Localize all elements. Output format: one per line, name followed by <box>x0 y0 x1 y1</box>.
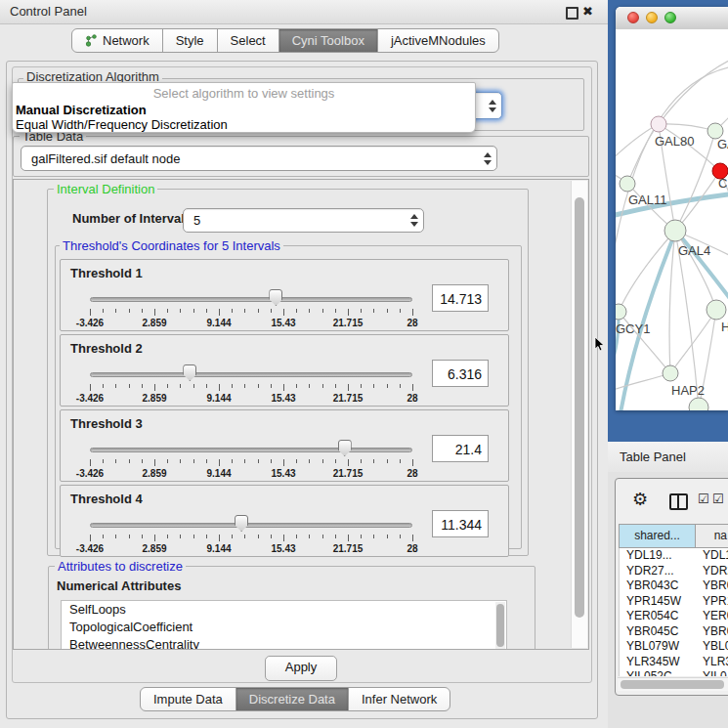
table-row[interactable]: YIL052CYIL0 <box>620 669 728 676</box>
gear-icon[interactable]: ⚙ <box>632 489 648 509</box>
cell-shared-name[interactable]: YER054C <box>620 609 696 624</box>
threshold-slider[interactable]: -3.4262.8599.14415.4321.71528 <box>90 287 412 326</box>
cell-shared-name[interactable]: YDL19... <box>620 548 696 564</box>
cell-shared-name[interactable]: YBR045C <box>620 624 696 640</box>
threshold-value-field[interactable]: 6.316 <box>432 360 489 387</box>
cell-shared-name[interactable]: YIL052C <box>620 669 696 676</box>
network-node-gal4[interactable] <box>664 220 686 241</box>
checkbox-checked-icon[interactable]: ☑ <box>698 492 709 506</box>
slider-thumb[interactable] <box>183 364 196 381</box>
network-canvas[interactable]: GAL80GACGAL11GAL4GCY1HHAP2 <box>616 29 728 410</box>
network-node[interactable] <box>689 398 708 410</box>
network-graph[interactable]: GAL80GACGAL11GAL4GCY1HHAP2 <box>616 29 728 410</box>
table-row[interactable]: YDL19...YDL1 <box>620 548 728 564</box>
network-node-gal80[interactable] <box>651 116 666 132</box>
tab-network[interactable]: Network <box>71 28 163 53</box>
checkbox-checked-icon[interactable]: ☑ <box>712 492 724 506</box>
zoom-traffic-light-icon[interactable] <box>664 12 676 23</box>
network-node-gcy1[interactable] <box>616 304 626 320</box>
tick-label: 15.43 <box>271 468 295 479</box>
threshold-value-field[interactable]: 11.344 <box>432 510 489 537</box>
cell-shared-name[interactable]: YBR043C <box>620 578 696 594</box>
column-header-shared-name[interactable]: shared... <box>619 524 695 548</box>
tab-impute-data[interactable]: Impute Data <box>140 687 236 711</box>
network-edge[interactable] <box>669 231 675 373</box>
attr-list[interactable]: SelfLoopsTopologicalCoefficientBetweenne… <box>61 600 507 650</box>
table-row[interactable]: YLR345WYLR3 <box>620 655 728 670</box>
combo-stepper-icon[interactable] <box>484 100 501 112</box>
table-row[interactable]: YBR045CYBR0 <box>620 624 728 640</box>
network-edge[interactable] <box>659 59 728 124</box>
column-header-name[interactable]: na <box>695 524 728 548</box>
screen: Control Panel ✖ Network Style Select Cyn… <box>0 0 728 728</box>
cell-name[interactable]: YBL0 <box>696 639 728 655</box>
cell-name[interactable]: YLR3 <box>696 655 728 670</box>
split-columns-icon[interactable] <box>669 493 688 510</box>
table-row[interactable]: YBL079WYBL0 <box>620 639 728 655</box>
tab-infer-network[interactable]: Infer Network <box>348 687 450 711</box>
tab-select[interactable]: Select <box>217 28 279 53</box>
network-node-gal11[interactable] <box>620 176 635 192</box>
table-row[interactable]: YDR27...YDR2 <box>620 564 728 579</box>
slider-track[interactable] <box>90 523 412 528</box>
number-of-intervals-spinner[interactable]: 5 <box>183 208 424 233</box>
table-data-combobox[interactable]: galFiltered.sif default node <box>21 146 497 171</box>
settings-vertical-scrollbar[interactable] <box>571 181 587 648</box>
slider-thumb[interactable] <box>338 440 352 456</box>
slider-tick-labels: -3.4262.8599.14415.4321.71528 <box>90 468 412 479</box>
slider-track[interactable] <box>90 372 412 377</box>
numerical-attribute-item[interactable]: TopologicalCoefficient <box>62 619 506 636</box>
network-edge[interactable] <box>616 124 659 161</box>
tab-style[interactable]: Style <box>162 28 218 53</box>
popup-item-equal-width-frequency[interactable]: Equal Width/Frequency Discretization <box>13 117 475 132</box>
thresholds-group: Threshold's Coordinates for 5 Intervals … <box>55 245 522 549</box>
threshold-value-field[interactable]: 14.713 <box>432 284 489 312</box>
threshold-slider[interactable]: -3.4262.8599.14415.4321.71528 <box>90 438 412 477</box>
scrollbar-thumb[interactable] <box>575 197 584 618</box>
apply-button[interactable]: Apply <box>265 656 337 681</box>
tab-jactivemnodules[interactable]: jActiveMNodules <box>377 28 499 53</box>
minimize-traffic-light-icon[interactable] <box>646 12 658 23</box>
numerical-attribute-item[interactable]: SelfLoops <box>62 601 506 619</box>
slider-track[interactable] <box>90 448 412 452</box>
numerical-attribute-item[interactable]: BetweennessCentrality <box>62 636 506 650</box>
cell-name[interactable]: YDR2 <box>696 564 728 579</box>
slider-thumb[interactable] <box>269 289 282 306</box>
slider-thumb[interactable] <box>235 515 248 532</box>
network-node-h[interactable] <box>707 300 726 320</box>
network-view-window[interactable]: GAL80GACGAL11GAL4GCY1HHAP2 <box>616 7 728 410</box>
scrollbar-thumb[interactable] <box>621 680 724 689</box>
network-edge[interactable] <box>670 310 716 373</box>
cell-shared-name[interactable]: YLR345W <box>620 655 696 670</box>
cell-shared-name[interactable]: YBL079W <box>620 639 696 655</box>
cell-name[interactable]: YPR1 <box>696 594 728 610</box>
table-horizontal-scrollbar[interactable] <box>618 677 728 691</box>
cell-name[interactable]: YBR0 <box>696 578 728 594</box>
network-node-hap2[interactable] <box>663 365 678 381</box>
combo-stepper-icon[interactable] <box>479 152 496 165</box>
cell-name[interactable]: YIL0 <box>696 669 727 676</box>
float-window-icon[interactable] <box>566 7 578 20</box>
threshold-slider[interactable]: -3.4262.8599.14415.4321.71528 <box>90 513 412 552</box>
table-row[interactable]: YBR043CYBR0 <box>620 578 728 594</box>
tick-label: 21.715 <box>333 393 364 404</box>
threshold-slider[interactable]: -3.4262.8599.14415.4321.71528 <box>90 363 412 402</box>
spinner-stepper-icon[interactable] <box>406 214 423 227</box>
attribute-list-scrollbar[interactable] <box>495 602 505 650</box>
cell-shared-name[interactable]: YDR27... <box>620 564 696 579</box>
threshold-value-field[interactable]: 21.4 <box>432 435 489 462</box>
tab-discretize-data[interactable]: Discretize Data <box>236 687 349 711</box>
popup-item-manual-discretization[interactable]: Manual Discretization <box>13 103 475 117</box>
cell-name[interactable]: YBR0 <box>696 624 728 640</box>
cell-name[interactable]: YDL1 <box>696 548 728 564</box>
cell-name[interactable]: YER0 <box>696 609 728 624</box>
network-edge[interactable] <box>619 231 675 312</box>
tab-cyni-toolbox[interactable]: Cyni Toolbox <box>278 28 378 53</box>
table-row[interactable]: YPR145WYPR1 <box>620 594 728 610</box>
close-icon[interactable]: ✖ <box>582 4 593 19</box>
table-row[interactable]: YER054CYER0 <box>620 609 728 624</box>
close-traffic-light-icon[interactable] <box>627 12 639 23</box>
slider-track[interactable] <box>90 297 412 302</box>
table-body[interactable]: YDL19...YDL1YDR27...YDR2YBR043CYBR0YPR14… <box>619 548 728 676</box>
cell-shared-name[interactable]: YPR145W <box>620 594 696 610</box>
